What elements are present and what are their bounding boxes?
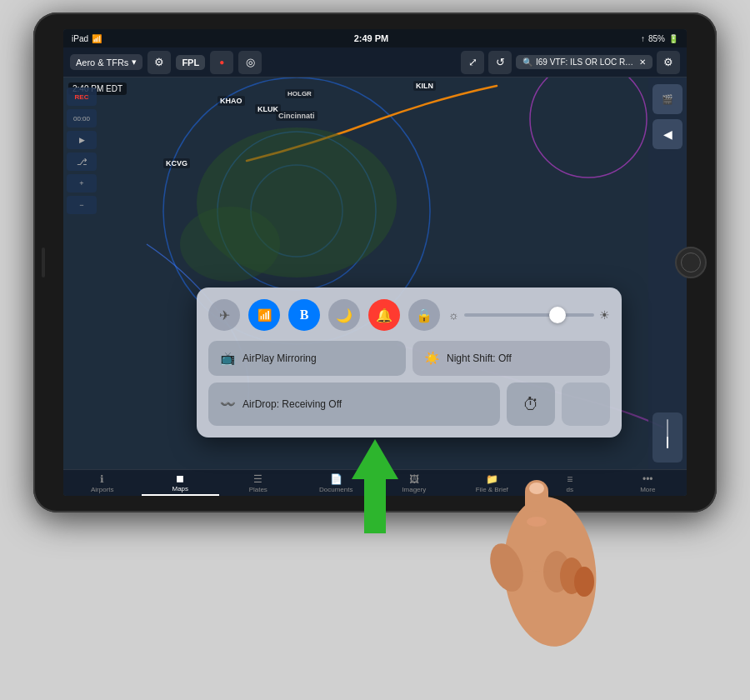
tab-airports[interactable]: ℹ Airports [63,470,142,496]
imagery-icon: 🖼 [409,473,419,485]
bluetooth-toggle[interactable]: B [288,299,320,331]
dropdown-arrow-icon: ▾ [132,57,137,68]
airdrop-label: AirDrop: Receiving Off [242,398,342,410]
swipe-up-arrow [352,439,398,533]
toggle-row: ✈ 📶 B 🌙 🔔 🔒 [208,299,610,331]
svg-point-5 [180,207,280,282]
airplay-label: AirPlay Mirroring [242,352,317,364]
control-center: ✈ 📶 B 🌙 🔔 🔒 [197,288,622,438]
left-sidebar: REC 00:00 ▶ ⎇ + − [67,88,97,214]
plates-icon: ☰ [253,473,262,485]
moon-icon: 🌙 [336,308,352,323]
search-text: I69 VTF: ILS OR LOC RW... [536,58,636,67]
tab-documents-label: Documents [319,486,352,493]
label-holgr: HOLGR [285,89,314,98]
side-button [42,248,45,278]
bell-icon: 🔔 [376,308,392,323]
night-shift-label: Night Shift: Off [447,352,512,364]
bluetooth-icon: B [300,308,309,322]
do-not-disturb-toggle[interactable]: 🌙 [328,299,360,331]
documents-icon: 📄 [330,473,342,485]
toolbar-right: ⤢ ↺ 🔍 I69 VTF: ILS OR LOC RW... ✕ ⚙ [461,51,680,74]
wifi-toggle[interactable]: 📶 [248,299,280,331]
airports-icon: ℹ [100,473,104,485]
night-shift-icon: ☀️ [424,351,440,366]
airdrop-icon: 〰️ [220,397,236,412]
svg-point-12 [527,517,547,527]
zoom-in-button[interactable]: + [67,174,97,192]
airplane-mode-toggle[interactable]: ✈ [208,299,240,331]
cc-button-grid: 📺 AirPlay Mirroring ☀️ Night Shift: Off [208,341,610,376]
scene: iPad 📶 2:49 PM ↑ 85% 🔋 Aero & TFRs ▾ ⚙ [0,0,750,700]
search-close-icon[interactable]: ✕ [639,58,646,67]
night-shift-button[interactable]: ☀️ Night Shift: Off [412,341,610,376]
record-dot: ● [219,58,224,67]
slider-track[interactable] [464,313,594,317]
rotation-lock-toggle[interactable]: 🔒 [408,299,440,331]
brightness-high-icon: ☀ [599,308,610,322]
gps-icon: ↑ [641,34,645,43]
label-cincinnati: Cincinnati [276,111,318,121]
tab-airports-label: Airports [91,486,114,493]
svg-point-13 [529,482,544,494]
wifi-icon: 📶 [92,34,102,43]
brightness-slider[interactable]: ☼ ☀ [448,308,610,322]
circle-button[interactable]: ◎ [238,51,262,74]
timer-display: 00:00 [67,109,97,128]
ipad-device: iPad 📶 2:49 PM ↑ 85% 🔋 Aero & TFRs ▾ ⚙ [33,12,717,512]
battery-icon: 🔋 [668,34,678,43]
search-icon: 🔍 [522,58,532,67]
status-bar: iPad 📶 2:49 PM ↑ 85% 🔋 [63,29,687,48]
airdrop-button[interactable]: 〰️ AirDrop: Receiving Off [208,382,500,426]
svg-point-3 [530,78,647,178]
airplane-icon: ✈ [219,308,230,323]
tab-more[interactable]: ••• More [609,470,688,496]
share-button[interactable]: ⎇ [67,152,97,171]
search-bar[interactable]: 🔍 I69 VTF: ILS OR LOC RW... ✕ [516,55,652,69]
tab-plates[interactable]: ☰ Plates [219,470,298,496]
home-button-ring [681,252,701,272]
more-icon: ••• [642,473,653,485]
fpl-label: FPL [182,58,199,68]
volume-control[interactable] [652,412,682,462]
panel-btn-1[interactable]: 🎬 [652,84,682,114]
brightness-low-icon: ☼ [448,308,459,322]
gear-icon: ⚙ [154,56,164,68]
tab-maps[interactable]: ◼ Maps [142,470,220,496]
panel-btn-2[interactable]: ◀ [652,119,682,149]
slider-thumb[interactable] [549,307,566,323]
battery-percent: 85% [648,34,665,43]
bell-toggle[interactable]: 🔔 [368,299,400,331]
status-left: iPad 📶 [72,34,102,43]
lock-icon: 🔒 [416,308,432,323]
airport-khao: KHAO [218,96,245,106]
settings-button[interactable]: ⚙ [148,51,171,74]
top-toolbar: Aero & TFRs ▾ ⚙ FPL ● ◎ ⤢ ↺ [63,48,687,78]
expand-button[interactable]: ⤢ [461,51,484,74]
cc-button-grid-row2: 〰️ AirDrop: Receiving Off ⏱ [208,382,610,426]
airplay-icon: 📺 [220,351,236,366]
rec-button[interactable]: REC [67,88,97,106]
refresh-button[interactable]: ↺ [488,51,512,74]
timer-button[interactable]: ⏱ [507,382,555,426]
wifi-toggle-icon: 📶 [258,308,272,322]
layer-dropdown[interactable]: Aero & TFRs ▾ [70,54,142,70]
airport-kcvg: KCVG [163,158,190,168]
play-button[interactable]: ▶ [67,131,97,149]
timer-icon: ⏱ [522,395,539,414]
record-indicator: ● [210,51,233,74]
status-right: ↑ 85% 🔋 [641,34,678,43]
tab-imagery-label: Imagery [402,486,426,493]
hand-pointer [467,438,617,675]
toolbar-settings-button[interactable]: ⚙ [657,51,680,74]
ipad-screen: iPad 📶 2:49 PM ↑ 85% 🔋 Aero & TFRs ▾ ⚙ [63,29,687,496]
extra-button[interactable] [562,382,610,426]
airplay-button[interactable]: 📺 AirPlay Mirroring [208,341,406,376]
zoom-out-button[interactable]: − [67,196,97,214]
tab-maps-label: Maps [172,485,188,492]
home-button[interactable] [675,247,707,278]
fpl-button[interactable]: FPL [176,55,205,70]
circle-icon: ◎ [246,56,255,68]
svg-point-11 [574,567,594,597]
status-time: 2:49 PM [354,33,389,43]
